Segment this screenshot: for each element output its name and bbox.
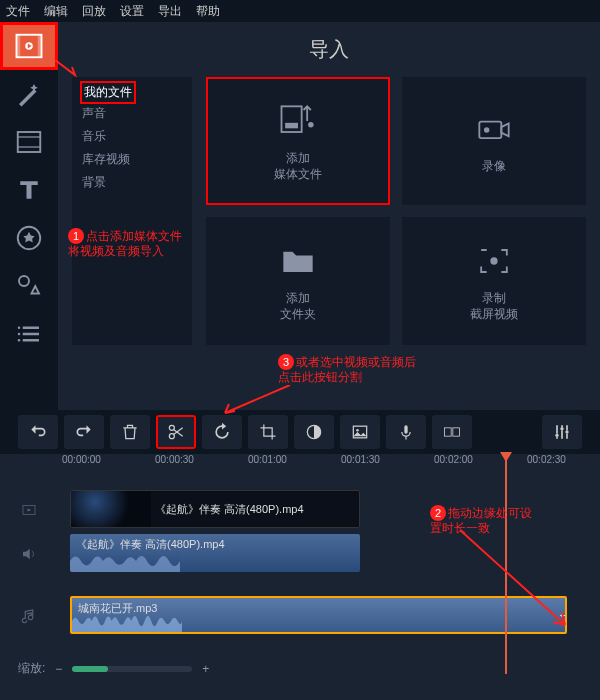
image-icon (350, 422, 370, 442)
svg-rect-26 (404, 425, 407, 433)
menu-playback[interactable]: 回放 (82, 3, 106, 20)
category-list: 我的文件 声音 音乐 库存视频 背景 (72, 77, 192, 345)
zoom-out[interactable]: − (55, 662, 62, 676)
zoom-in[interactable]: + (202, 662, 209, 676)
menu-settings[interactable]: 设置 (120, 3, 144, 20)
sidebar-titles[interactable] (0, 166, 58, 214)
zoom-slider[interactable] (72, 666, 192, 672)
clip-label: 《起航》伴奏 高清(480P).mp4 (155, 502, 304, 517)
menu-export[interactable]: 导出 (158, 3, 182, 20)
svg-point-14 (18, 339, 21, 342)
svg-point-12 (18, 327, 21, 330)
tile-label: 添加 媒体文件 (274, 151, 322, 182)
svg-point-13 (18, 333, 21, 336)
image-button[interactable] (340, 415, 380, 449)
mic-icon (396, 422, 416, 442)
zoom-label: 缩放: (18, 660, 45, 677)
speaker-icon (20, 545, 38, 563)
folder-icon (276, 239, 320, 283)
import-panel: 导入 我的文件 声音 音乐 库存视频 背景 添加 媒体文件 录像 (58, 22, 600, 410)
contrast-icon (304, 422, 324, 442)
color-button[interactable] (294, 415, 334, 449)
menu-help[interactable]: 帮助 (196, 3, 220, 20)
delete-button[interactable] (110, 415, 150, 449)
sidebar-shapes[interactable] (0, 262, 58, 310)
menu-file[interactable]: 文件 (6, 3, 30, 20)
screen-icon (472, 239, 516, 283)
annotation-2: 2拖动边缘处可设 置时长一致 (430, 505, 532, 537)
star-icon (14, 223, 44, 253)
text-icon (14, 175, 44, 205)
crop-button[interactable] (248, 415, 288, 449)
svg-point-29 (555, 434, 558, 437)
panel-title: 导入 (72, 36, 586, 63)
audio-clip-1[interactable]: 《起航》伴奏 高清(480P).mp4 (70, 534, 360, 572)
cut-button[interactable] (156, 415, 196, 449)
svg-rect-18 (479, 122, 501, 139)
cat-bg[interactable]: 背景 (72, 171, 192, 194)
time-ruler[interactable]: 00:00:00 00:00:30 00:01:00 00:01:30 00:0… (0, 454, 600, 478)
sidebar (0, 22, 58, 410)
zoom-bar: 缩放: − + (0, 654, 600, 683)
svg-rect-28 (453, 428, 460, 436)
music-icon (20, 607, 38, 625)
sidebar-more[interactable] (0, 310, 58, 358)
clip-thumbnail (71, 491, 151, 527)
svg-point-20 (490, 258, 497, 265)
tile-label: 添加 文件夹 (280, 291, 316, 322)
video-icon (20, 501, 38, 519)
cat-music[interactable]: 音乐 (72, 125, 192, 148)
music-track-head[interactable] (0, 596, 58, 636)
tile-record-video[interactable]: 录像 (402, 77, 586, 205)
waveform (70, 550, 180, 572)
trash-icon (120, 422, 140, 442)
cat-sound[interactable]: 声音 (72, 102, 192, 125)
scissors-icon (166, 422, 186, 442)
tile-add-media[interactable]: 添加 媒体文件 (206, 77, 390, 205)
sidebar-stickers[interactable] (0, 214, 58, 262)
cat-stock[interactable]: 库存视频 (72, 148, 192, 171)
svg-rect-1 (17, 35, 21, 58)
svg-point-30 (560, 427, 563, 430)
tile-add-folder[interactable]: 添加 文件夹 (206, 217, 390, 345)
svg-rect-27 (445, 428, 452, 436)
video-track-head[interactable] (0, 490, 58, 530)
svg-point-19 (484, 127, 490, 133)
transition-button[interactable] (432, 415, 472, 449)
svg-rect-17 (285, 123, 298, 128)
timeline-toolbar (0, 410, 600, 454)
camera-icon (472, 107, 516, 151)
waveform (72, 610, 182, 632)
list-icon (14, 319, 44, 349)
menubar: 文件 编辑 回放 设置 导出 帮助 (0, 0, 600, 22)
sliders-icon (552, 422, 572, 442)
mic-button[interactable] (386, 415, 426, 449)
tile-label: 录制 截屏视频 (470, 291, 518, 322)
annotation-3: 3或者选中视频或音频后 点击此按钮分割 (278, 354, 416, 386)
undo-icon (28, 422, 48, 442)
rotate-button[interactable] (202, 415, 242, 449)
svg-point-31 (565, 430, 568, 433)
redo-icon (74, 422, 94, 442)
undo-button[interactable] (18, 415, 58, 449)
film-icon (14, 31, 44, 61)
crop-icon (258, 422, 278, 442)
sidebar-transitions[interactable] (0, 118, 58, 166)
cat-myfiles[interactable]: 我的文件 (80, 81, 136, 104)
tile-record-screen[interactable]: 录制 截屏视频 (402, 217, 586, 345)
annotation-1: 1点击添加媒体文件 将视频及音频导入 (68, 228, 182, 260)
wand-icon (14, 79, 44, 109)
svg-point-8 (19, 276, 29, 286)
redo-button[interactable] (64, 415, 104, 449)
film-icon (14, 127, 44, 157)
svg-point-16 (308, 122, 314, 128)
media-icon (276, 99, 320, 143)
transition-icon (442, 422, 462, 442)
svg-point-25 (356, 429, 359, 432)
tile-label: 录像 (482, 159, 506, 175)
audio-track-head[interactable] (0, 534, 58, 574)
video-clip[interactable]: 《起航》伴奏 高清(480P).mp4 (70, 490, 360, 528)
menu-edit[interactable]: 编辑 (44, 3, 68, 20)
settings-button[interactable] (542, 415, 582, 449)
rotate-icon (212, 422, 232, 442)
